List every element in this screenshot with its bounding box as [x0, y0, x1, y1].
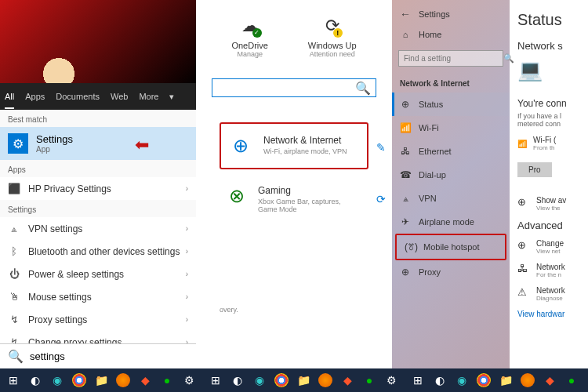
page-title: Status [517, 11, 580, 29]
nav-wifi[interactable]: 📶Wi-Fi [392, 116, 510, 140]
wifi-icon: 📶 [400, 122, 411, 133]
start-button[interactable]: ⊞ [408, 370, 428, 390]
result-vpn[interactable]: ⟁VPN settings› [0, 217, 196, 240]
brave-icon[interactable]: ◆ [135, 370, 155, 390]
adv-network-sharing[interactable]: 🖧NetworkFor the n [517, 263, 580, 278]
nav-status[interactable]: ⊕Status [392, 93, 510, 116]
explorer-icon[interactable]: 📁 [293, 370, 314, 390]
gear-icon[interactable]: ⚙ [583, 370, 588, 390]
result-proxy[interactable]: ↯Proxy settings› [0, 308, 196, 331]
brave-icon[interactable]: ◆ [539, 370, 560, 390]
gear-icon[interactable]: ⚙ [381, 370, 401, 390]
bluetooth-icon: ᛒ [8, 245, 20, 257]
edge-icon[interactable]: ◉ [452, 370, 472, 390]
service-sub: Manage [231, 50, 267, 58]
service-title: Windows Up [308, 41, 357, 50]
start-button[interactable]: ⊞ [205, 370, 226, 390]
wifi-icon: 📶 [517, 140, 527, 148]
chevron-right-icon: › [186, 270, 188, 278]
chevron-right-icon: › [186, 292, 188, 301]
sidebar-home[interactable]: ⌂ Home [392, 24, 510, 45]
back-button[interactable]: ← [400, 8, 411, 20]
explorer-icon[interactable]: 📁 [91, 370, 111, 390]
tile-network-internet[interactable]: ⊕ Network & InternetWi-Fi, airplane mode… [220, 122, 368, 169]
tile-gaming[interactable]: ⊗ GamingXbox Game Bar, captures, Game Mo… [220, 174, 368, 224]
view-hardware-link[interactable]: View hardwar [517, 310, 580, 318]
taskbar-icon[interactable] [315, 370, 336, 390]
chevron-right-icon: › [186, 184, 188, 193]
item-sub: Diagnose [536, 295, 565, 302]
result-power[interactable]: ⏻Power & sleep settings› [0, 263, 196, 285]
tab-more[interactable]: More [139, 92, 158, 101]
search-input[interactable] [30, 350, 188, 362]
best-match-settings[interactable]: ⚙ Settings App ⬅ [0, 127, 196, 160]
tile-sub: Wi-Fi, airplane mode, VPN [263, 147, 347, 155]
nav-vpn[interactable]: ⟁VPN [392, 187, 510, 210]
taskbar-icon[interactable]: ◐ [25, 370, 45, 390]
nav-dialup[interactable]: ☎Dial-up [392, 163, 510, 187]
service-onedrive[interactable]: ☁✓ OneDrive Manage [231, 16, 267, 58]
settings-home-panel: ☁✓ OneDrive Manage ⟳! Windows Up Attenti… [196, 0, 392, 368]
taskbar-icon[interactable] [69, 370, 89, 390]
globe-icon: ⊕ [517, 239, 530, 251]
service-title: OneDrive [231, 41, 267, 50]
nav-label: Mobile hotspot [423, 242, 480, 252]
nav-ethernet[interactable]: 🖧Ethernet [392, 140, 510, 163]
show-available[interactable]: ⊕Show avView the [517, 196, 580, 212]
edge-icon[interactable]: ◉ [47, 370, 67, 390]
taskbar-icon[interactable] [474, 370, 494, 390]
adv-change-adapter[interactable]: ⊕ChangeView net [517, 239, 580, 255]
search-icon: 🔍 [503, 53, 514, 64]
nav-proxy[interactable]: ⊕Proxy [392, 260, 510, 284]
taskbar-icon[interactable]: ◐ [430, 370, 450, 390]
nav-label: Status [419, 100, 443, 109]
globe-icon: ⊕ [229, 135, 252, 157]
search-icon: 🔍 [355, 81, 371, 96]
network-settings-panel: ← Settings ⌂ Home 🔍 Network & Internet ⊕… [392, 0, 588, 368]
tab-documents[interactable]: Documents [56, 92, 100, 101]
find-setting-box[interactable]: 🔍 [212, 78, 376, 97]
ease-icon[interactable]: ⟳ [376, 193, 386, 205]
taskbar-icon[interactable] [517, 370, 538, 390]
tile-title: Gaming [258, 185, 361, 196]
firefox-icon [318, 373, 332, 387]
proxy-icon: ↯ [8, 336, 20, 343]
nav-airplane[interactable]: ✈Airplane mode [392, 210, 510, 234]
result-mouse[interactable]: 🖱Mouse settings› [0, 285, 196, 308]
result-bluetooth[interactable]: ᛒBluetooth and other devices settings› [0, 240, 196, 263]
properties-button[interactable]: Pro [517, 162, 552, 177]
service-windows-update[interactable]: ⟳! Windows Up Attention need [308, 16, 357, 58]
start-button[interactable]: ⊞ [3, 370, 24, 390]
gear-icon[interactable]: ⚙ [179, 370, 199, 390]
taskbar-icon[interactable]: ◐ [227, 370, 248, 390]
line-icon[interactable]: ● [561, 370, 582, 390]
wifi-row: 📶 Wi-Fi (From th [517, 136, 580, 151]
explorer-icon[interactable]: 📁 [495, 370, 516, 390]
adv-troubleshoot[interactable]: ⚠NetworkDiagnose [517, 286, 580, 302]
tab-web[interactable]: Web [111, 92, 128, 101]
tab-all[interactable]: All [5, 84, 14, 109]
status-icon: ⊕ [400, 99, 411, 110]
taskbar-icon[interactable] [271, 370, 292, 390]
find-input[interactable] [404, 54, 503, 63]
line-icon[interactable]: ● [359, 370, 379, 390]
chevron-right-icon: › [186, 315, 188, 324]
find-setting-input[interactable]: 🔍 [398, 50, 503, 67]
result-hp-privacy[interactable]: ⬛HP Privacy Settings › [0, 177, 196, 200]
brave-icon[interactable]: ◆ [337, 370, 358, 390]
taskbar-icon[interactable] [113, 370, 133, 390]
best-match-title: Settings [36, 133, 73, 145]
chevron-right-icon: › [186, 338, 188, 343]
tab-apps[interactable]: Apps [25, 92, 45, 101]
item-sub: View net [536, 248, 564, 255]
pen-icon[interactable]: ✎ [376, 141, 386, 154]
ethernet-icon: 🖧 [400, 146, 411, 157]
tile-sub: Xbox Game Bar, captures, Game Mode [258, 198, 361, 213]
edge-icon[interactable]: ◉ [249, 370, 270, 390]
search-input-box[interactable]: 🔍 [0, 343, 196, 368]
proxy-icon: ⊕ [400, 267, 411, 278]
line-icon[interactable]: ● [157, 370, 177, 390]
result-label: Mouse settings [28, 292, 92, 303]
result-change-proxy[interactable]: ↯Change proxy settings› [0, 331, 196, 343]
nav-mobile-hotspot[interactable]: (ꔢ)Mobile hotspot [395, 234, 506, 260]
